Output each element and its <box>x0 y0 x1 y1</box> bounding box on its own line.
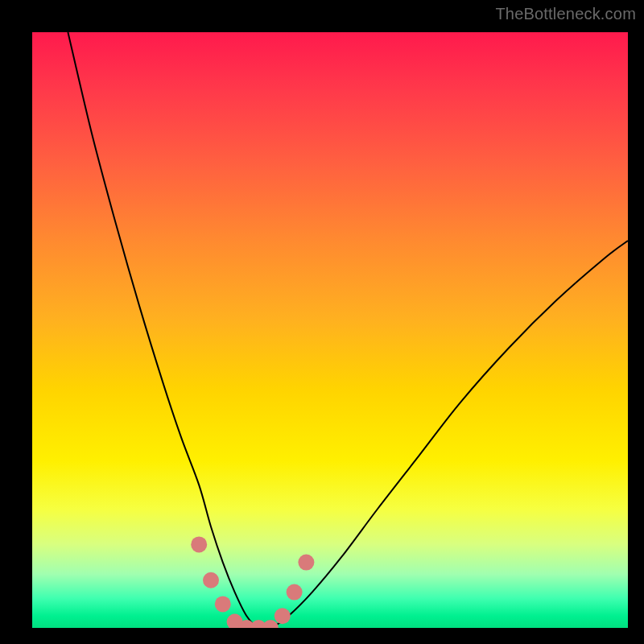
highlight-point <box>298 555 314 571</box>
highlight-point <box>275 608 291 624</box>
watermark-text: TheBottleneck.com <box>495 5 636 23</box>
bottleneck-curve <box>68 32 628 628</box>
highlight-point <box>203 572 219 588</box>
plot-area <box>32 32 628 628</box>
chart-frame: TheBottleneck.com <box>0 0 644 644</box>
highlight-points <box>191 536 314 628</box>
highlight-point <box>262 620 279 628</box>
highlight-point <box>191 536 207 552</box>
highlight-point <box>215 596 231 612</box>
chart-svg <box>32 32 628 628</box>
highlight-point <box>287 584 303 601</box>
bottleneck-curve-path <box>68 32 628 628</box>
